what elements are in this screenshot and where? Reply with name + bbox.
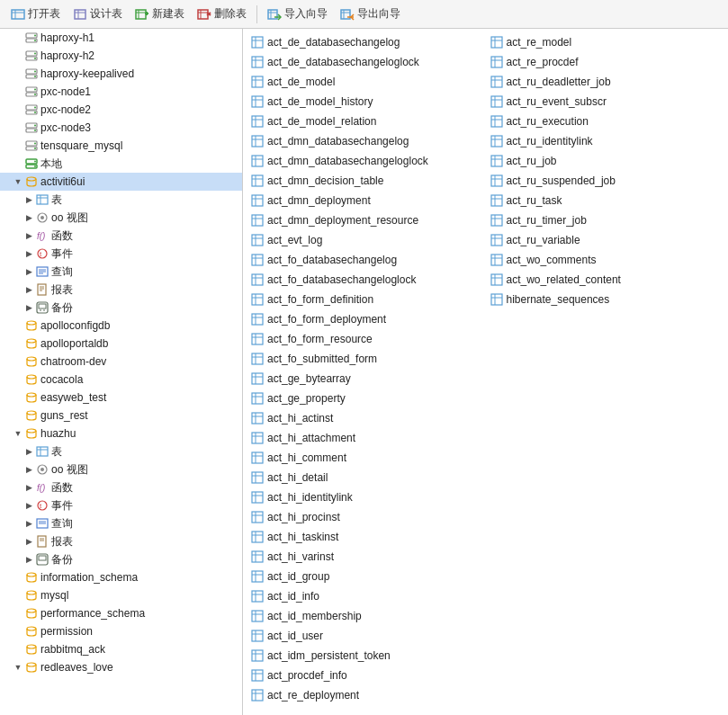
table-row[interactable] [486,685,725,705]
sidebar-item-local[interactable]: 本地 [0,155,242,173]
sidebar-item-activiti6ui-table[interactable]: ▶ 表 [0,191,242,209]
table-row[interactable]: act_re_deployment [247,685,486,705]
table-row[interactable]: hibernate_sequences [486,290,725,309]
sidebar-item-huazhu-report[interactable]: ▶ 报表 [0,532,242,550]
sidebar-item-apolloconfigdb[interactable]: apolloconfigdb [0,317,242,335]
table-row[interactable]: act_ru_identitylink [486,131,725,151]
table-row[interactable]: act_hi_identitylink [247,487,486,507]
sidebar-item-performance-schema[interactable]: performance_schema [0,604,242,622]
sidebar-item-huazhu-query[interactable]: ▶ 查询 [0,514,242,532]
table-row[interactable]: act_hi_detail [247,468,486,487]
table-row[interactable] [486,586,725,606]
table-row[interactable]: act_hi_actinst [247,408,486,428]
table-row[interactable]: act_ru_execution [486,112,725,131]
table-row[interactable]: act_de_model_relation [247,112,486,131]
sidebar-item-guns-rest[interactable]: guns_rest [0,407,242,425]
table-row[interactable]: act_idm_persistent_token [247,646,486,666]
table-row[interactable]: act_dmn_databasechangeloglock [247,151,486,171]
table-row[interactable] [486,408,725,428]
sidebar-item-information-schema[interactable]: information_schema [0,568,242,586]
table-row[interactable]: act_hi_comment [247,448,486,468]
table-row[interactable] [486,666,725,685]
table-row[interactable] [486,487,725,507]
sidebar-item-pxc-node3[interactable]: pxc-node3 [0,119,242,137]
sidebar-item-mysql[interactable]: mysql [0,586,242,604]
table-row[interactable]: act_evt_log [247,230,486,250]
design-table-button[interactable]: 设计表 [67,4,128,23]
table-row[interactable] [486,329,725,349]
table-row[interactable]: act_ge_property [247,389,486,408]
table-row[interactable] [486,567,725,586]
table-row[interactable] [486,389,725,408]
sidebar-item-rabbitmq-ack[interactable]: rabbitmq_ack [0,640,242,658]
sidebar-item-huazhu-view[interactable]: ▶ oo 视图 [0,460,242,478]
table-row[interactable]: act_dmn_deployment_resource [247,210,486,230]
table-row[interactable]: act_dmn_databasechangelog [247,131,486,151]
table-row[interactable]: act_re_model [486,32,725,52]
table-row[interactable]: act_id_group [247,567,486,586]
table-row[interactable]: act_ru_deadletter_job [486,72,725,92]
sidebar-item-pxc-node1[interactable]: pxc-node1 [0,83,242,101]
sidebar-item-tensquare-mysql[interactable]: tensquare_mysql [0,137,242,155]
import-wizard-button[interactable]: 导入向导 [262,4,333,23]
table-row[interactable]: act_ru_timer_job [486,210,725,230]
table-row[interactable] [486,448,725,468]
table-row[interactable] [486,527,725,547]
table-row[interactable]: act_id_membership [247,606,486,626]
sidebar-item-huazhu-table[interactable]: ▶ 表 [0,442,242,460]
table-row[interactable]: act_ru_job [486,151,725,171]
table-row[interactable] [486,468,725,487]
sidebar-item-activiti6ui-view[interactable]: ▶ oo 视图 [0,209,242,227]
sidebar-item-easyweb-test[interactable]: easyweb_test [0,389,242,407]
sidebar-item-huazhu-event[interactable]: ▶ t 事件 [0,496,242,514]
table-row[interactable]: act_fo_form_definition [247,290,486,309]
delete-table-button[interactable]: 删除表 [192,4,252,23]
sidebar-item-activiti6ui-event[interactable]: ▶ t 事件 [0,245,242,263]
sidebar-item-cocacola[interactable]: cocacola [0,371,242,389]
table-row[interactable]: act_fo_submitted_form [247,349,486,369]
table-row[interactable]: act_hi_procinst [247,507,486,527]
table-row[interactable]: act_wo_comments [486,250,725,270]
sidebar-item-chatroom-dev[interactable]: chatroom-dev [0,353,242,371]
sidebar-item-huazhu-backup[interactable]: ▶ 备份 [0,550,242,568]
sidebar-item-redleaves-love[interactable]: ▼ redleaves_love [0,658,242,676]
open-table-button[interactable]: 打开表 [5,4,66,23]
table-row[interactable]: act_ge_bytearray [247,369,486,389]
table-row[interactable] [486,369,725,389]
table-row[interactable] [486,606,725,626]
table-row[interactable]: act_wo_related_content [486,270,725,290]
sidebar-item-activiti6ui[interactable]: ▼ activiti6ui [0,173,242,191]
table-row[interactable]: act_id_user [247,626,486,646]
sidebar-item-activiti6ui-query[interactable]: ▶ 查询 [0,263,242,281]
sidebar-item-huazhu-func[interactable]: ▶ f() 函数 [0,478,242,496]
table-row[interactable] [486,349,725,369]
sidebar-item-haproxy-h1[interactable]: haproxy-h1 [0,29,242,47]
table-row[interactable] [486,646,725,666]
table-row[interactable]: act_hi_varinst [247,547,486,567]
sidebar-item-activiti6ui-report[interactable]: ▶ 报表 [0,281,242,299]
sidebar-item-activiti6ui-func[interactable]: ▶ f() 函数 [0,227,242,245]
table-row[interactable]: act_de_databasechangelog [247,32,486,52]
table-row[interactable]: act_hi_taskinst [247,527,486,547]
export-wizard-button[interactable]: 导出向导 [335,4,406,23]
sidebar-item-apolloportaldb[interactable]: apolloportaldb [0,335,242,353]
table-row[interactable]: act_ru_task [486,191,725,210]
table-row[interactable] [486,626,725,646]
table-row[interactable]: act_re_procdef [486,52,725,72]
table-row[interactable]: act_de_model [247,72,486,92]
table-row[interactable]: act_de_model_history [247,92,486,112]
table-row[interactable] [486,547,725,567]
table-row[interactable]: act_fo_form_resource [247,329,486,349]
sidebar-item-haproxy-h2[interactable]: haproxy-h2 [0,47,242,65]
sidebar-item-permission[interactable]: permission [0,622,242,640]
table-row[interactable] [486,428,725,448]
table-row[interactable]: act_hi_attachment [247,428,486,448]
new-table-button[interactable]: 新建表 [130,4,190,23]
table-row[interactable]: act_fo_databasechangelog [247,250,486,270]
table-row[interactable]: act_procdef_info [247,666,486,685]
sidebar-item-haproxy-keepalived[interactable]: haproxy-keepalived [0,65,242,83]
table-row[interactable]: act_fo_databasechangeloglock [247,270,486,290]
table-row[interactable] [486,309,725,329]
table-row[interactable]: act_dmn_decision_table [247,171,486,191]
sidebar-item-activiti6ui-backup[interactable]: ▶ 备份 [0,299,242,317]
